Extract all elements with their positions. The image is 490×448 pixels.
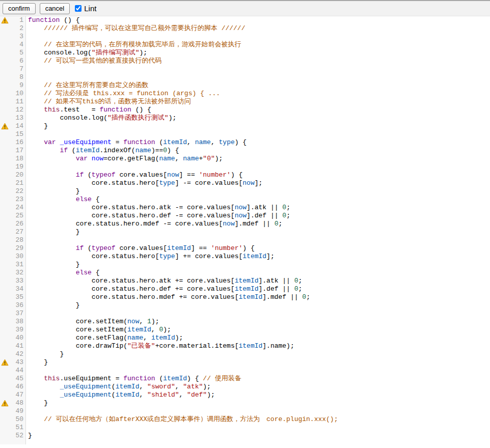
code-line[interactable]: 36 } xyxy=(0,301,490,310)
gutter-cell: 7 xyxy=(0,65,26,73)
code-line[interactable]: 44 xyxy=(0,367,490,375)
code-line[interactable]: 11 // 如果不写this的话，函数将无法被外部所访问 xyxy=(0,98,490,106)
code-line[interactable]: 37 xyxy=(0,310,490,318)
code-line[interactable]: 34 core.status.hero.def += core.values[i… xyxy=(0,285,490,293)
code-line[interactable]: 8 xyxy=(0,73,490,81)
code-line[interactable]: 42 } xyxy=(0,350,490,358)
token-pl xyxy=(28,383,60,390)
code-line[interactable]: 30 core.status.hero[type] += core.values… xyxy=(0,253,490,261)
code-line[interactable]: 48 } xyxy=(0,399,490,407)
code-line[interactable]: 3 xyxy=(0,33,490,41)
code-line[interactable]: 33 core.status.hero.atk += core.values[i… xyxy=(0,277,490,285)
lint-warning-icon[interactable] xyxy=(0,17,9,24)
code-line[interactable]: 31 } xyxy=(0,261,490,269)
token-pl xyxy=(88,155,92,162)
code-line[interactable]: 32 else { xyxy=(0,269,490,277)
code-line[interactable]: 2 ////// 插件编写，可以在这里写自己额外需要执行的脚本 ////// xyxy=(0,24,490,33)
lint-warning-icon[interactable] xyxy=(0,359,9,366)
token-pl: .useEquipment = xyxy=(60,375,123,382)
cancel-button[interactable]: cancel xyxy=(40,3,70,14)
code-line[interactable]: 27 } xyxy=(0,228,490,236)
code-line[interactable]: 18 var now=core.getFlag(name, name+"0"); xyxy=(0,155,490,163)
code-text: } xyxy=(26,350,64,358)
line-number: 15 xyxy=(9,130,26,138)
code-line[interactable]: 17 if (itemId.indexOf(name)==0) { xyxy=(0,147,490,155)
token-pl: core.status.hero[ xyxy=(28,179,159,187)
code-line[interactable]: 52} xyxy=(0,432,490,440)
code-line[interactable]: 5 console.log("插件编写测试"); xyxy=(0,49,490,57)
code-line[interactable]: 24 core.status.hero.atk -= core.values[n… xyxy=(0,204,490,212)
code-line[interactable]: 39 core.setItem(itemId, 0); xyxy=(0,326,490,334)
code-line[interactable]: 22 } xyxy=(0,187,490,195)
code-line[interactable]: 29 if (typeof core.values[itemId] == 'nu… xyxy=(0,244,490,253)
line-number: 21 xyxy=(9,179,26,187)
confirm-button[interactable]: confirm xyxy=(3,3,36,14)
line-number: 19 xyxy=(9,163,26,171)
code-line[interactable]: 13 console.log("插件函数执行测试"); xyxy=(0,114,490,122)
code-line[interactable]: 10 // 写法必须是 this.xxx = function (args) {… xyxy=(0,90,490,98)
code-line[interactable]: 9 // 在这里写所有需要自定义的函数 xyxy=(0,81,490,90)
lint-warning-icon[interactable] xyxy=(0,400,9,407)
code-line[interactable]: 23 else { xyxy=(0,195,490,204)
code-line[interactable]: 12 this.test = function () { xyxy=(0,106,490,114)
token-pl: ); xyxy=(203,383,211,390)
token-pl: , xyxy=(139,383,147,390)
code-line[interactable]: 28 xyxy=(0,236,490,244)
gutter-cell: 24 xyxy=(0,204,26,212)
code-line[interactable]: 40 core.setFlag(name, itemId); xyxy=(0,334,490,342)
code-line[interactable]: 1function () { xyxy=(0,16,490,24)
line-number: 49 xyxy=(9,407,26,415)
line-number: 40 xyxy=(9,334,26,342)
code-line[interactable]: 46 _useEquipment(itemId, "sword", "atk")… xyxy=(0,383,490,391)
code-line[interactable]: 4 // 在这里写的代码，在所有模块加载完毕后，游戏开始前会被执行 xyxy=(0,41,490,49)
token-num: 0 xyxy=(302,293,306,301)
code-line[interactable]: 26 core.status.hero.mdef -= core.values[… xyxy=(0,220,490,228)
code-line[interactable]: 45 this.useEquipment = function (itemId)… xyxy=(0,375,490,383)
code-line[interactable]: 19 xyxy=(0,163,490,171)
code-line[interactable]: 49 xyxy=(0,407,490,415)
token-pl xyxy=(28,391,60,399)
code-line[interactable]: 20 if (typeof core.values[now] == 'numbe… xyxy=(0,171,490,179)
gutter-cell: 33 xyxy=(0,277,26,285)
token-pl: +core.material.items[ xyxy=(155,342,239,350)
token-pl: =core.getFlag( xyxy=(103,155,159,162)
token-com: // 在这里写所有需要自定义的函数 xyxy=(28,81,149,89)
token-v2: now xyxy=(242,179,254,187)
code-line[interactable]: 15 xyxy=(0,130,490,138)
code-line[interactable]: 6 // 可以写一些其他的被直接执行的代码 xyxy=(0,57,490,65)
code-line[interactable]: 41 core.drawTip("已装备"+core.material.item… xyxy=(0,342,490,350)
lint-checkbox[interactable] xyxy=(75,5,81,12)
token-pl: console.log( xyxy=(28,114,107,122)
code-text xyxy=(26,65,28,73)
token-pl: core.values[ xyxy=(116,244,167,252)
code-line[interactable]: 16 var _useEquipment = function (itemId,… xyxy=(0,138,490,147)
token-pl: core.status.hero.def += core.values[ xyxy=(28,285,235,293)
code-line[interactable]: 7 xyxy=(0,65,490,73)
code-text xyxy=(26,163,28,171)
code-editor[interactable]: 1function () {2 ////// 插件编写，可以在这里写自己额外需要… xyxy=(0,16,490,448)
gutter-cell: 38 xyxy=(0,318,26,326)
code-line[interactable]: 47 _useEquipment(itemId, "shield", "def"… xyxy=(0,391,490,399)
code-line[interactable]: 35 core.status.hero.mdef += core.values[… xyxy=(0,293,490,301)
lint-toggle[interactable]: Lint xyxy=(75,4,96,13)
token-pl: ].name); xyxy=(262,342,294,350)
code-line[interactable]: 14 } xyxy=(0,122,490,130)
lint-warning-icon[interactable] xyxy=(0,123,9,130)
code-text: // 在这里写的代码，在所有模块加载完毕后，游戏开始前会被执行 xyxy=(26,41,241,49)
code-line[interactable]: 21 core.status.hero[type] -= core.values… xyxy=(0,179,490,187)
line-number: 24 xyxy=(9,204,26,212)
code-line[interactable]: 38 core.setItem(now, 1); xyxy=(0,318,490,326)
code-line[interactable]: 50 // 可以在任何地方（如afterXXX或自定义脚本事件）调用函数，方法为… xyxy=(0,415,490,424)
code-line[interactable]: 51 xyxy=(0,424,490,432)
line-number: 26 xyxy=(9,220,26,228)
line-number: 32 xyxy=(9,269,26,277)
code-line[interactable]: 25 core.status.hero.def -= core.values[n… xyxy=(0,212,490,220)
token-kw: else xyxy=(76,195,92,203)
token-pl: ]; xyxy=(255,179,263,187)
line-number: 51 xyxy=(9,424,26,432)
gutter-cell: 3 xyxy=(0,33,26,41)
line-number: 36 xyxy=(9,301,26,310)
token-v2: itemId xyxy=(242,253,266,260)
code-text: // 如果不写this的话，函数将无法被外部所访问 xyxy=(26,98,191,106)
code-line[interactable]: 43 } xyxy=(0,358,490,367)
